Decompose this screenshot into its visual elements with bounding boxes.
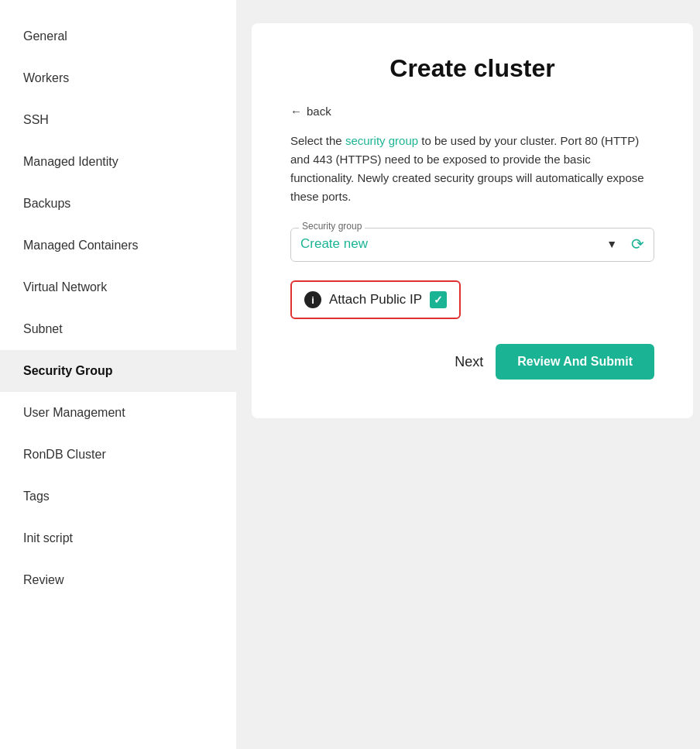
main-content: Create cluster ← back Select the securit… [236, 0, 700, 749]
security-group-select[interactable]: Create new ▼ [300, 236, 617, 252]
attach-public-ip-label: Attach Public IP [329, 292, 422, 308]
info-icon: i [304, 291, 321, 308]
sidebar-item-ssh[interactable]: SSH [0, 99, 236, 141]
sidebar-item-user-management[interactable]: User Management [0, 392, 236, 434]
sidebar-item-init-script[interactable]: Init script [0, 517, 236, 559]
sidebar-item-general[interactable]: General [0, 15, 236, 57]
sidebar-item-backups[interactable]: Backups [0, 183, 236, 225]
back-arrow-icon: ← [290, 105, 302, 118]
security-group-label: Security group [299, 221, 365, 232]
page-title: Create cluster [290, 54, 654, 83]
next-button[interactable]: Next [455, 354, 483, 370]
sidebar-item-virtual-network[interactable]: Virtual Network [0, 266, 236, 308]
refresh-icon[interactable]: ⟳ [631, 235, 644, 253]
sidebar-item-subnet[interactable]: Subnet [0, 308, 236, 350]
sidebar-item-workers[interactable]: Workers [0, 57, 236, 99]
sidebar-item-security-group[interactable]: Security Group [0, 350, 236, 392]
sidebar-item-rondb-cluster[interactable]: RonDB Cluster [0, 434, 236, 476]
sidebar-item-managed-containers[interactable]: Managed Containers [0, 225, 236, 266]
review-submit-button[interactable]: Review And Submit [496, 344, 654, 380]
back-label: back [307, 105, 331, 118]
chevron-down-icon: ▼ [606, 238, 617, 250]
button-row: Next Review And Submit [290, 344, 654, 380]
attach-public-ip-box[interactable]: i Attach Public IP [290, 280, 461, 319]
security-group-field: Security group Create new ▼ ⟳ [290, 228, 654, 262]
security-group-value: Create new [300, 236, 606, 252]
security-group-highlight: security group [345, 134, 418, 147]
sidebar-item-review[interactable]: Review [0, 559, 236, 601]
description-text: Select the security group to be used by … [290, 132, 654, 206]
create-cluster-card: Create cluster ← back Select the securit… [252, 23, 693, 418]
sidebar-item-tags[interactable]: Tags [0, 476, 236, 517]
sidebar: General Workers SSH Managed Identity Bac… [0, 0, 236, 749]
back-link[interactable]: ← back [290, 105, 654, 118]
attach-public-ip-checkbox[interactable] [430, 291, 447, 308]
sidebar-item-managed-identity[interactable]: Managed Identity [0, 141, 236, 183]
